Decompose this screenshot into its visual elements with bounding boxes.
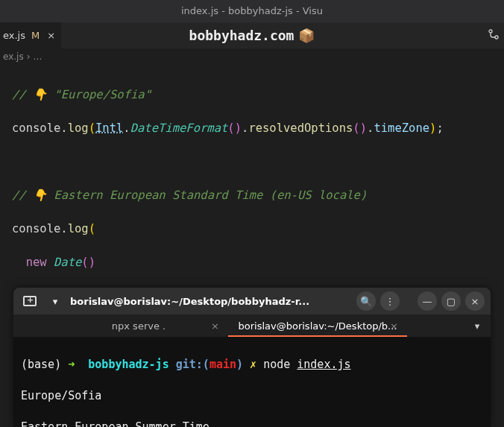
- code-line: [12, 154, 504, 171]
- new-tab-icon: [23, 296, 37, 306]
- window-title-bar: index.js - bobbyhadz-js - Visu: [0, 0, 504, 22]
- terminal-tab-shell[interactable]: borislav@borislav:~/Desktop/b... ×: [228, 314, 407, 337]
- minimize-button[interactable]: —: [418, 291, 437, 311]
- terminal-window: ▾ borislav@borislav:~/Desktop/bobbyhadz-…: [13, 288, 491, 427]
- terminal-tab-serve[interactable]: npx serve . ×: [49, 314, 228, 337]
- breadcrumb-file: ex.js: [3, 51, 24, 62]
- tab-close-icon[interactable]: ×: [211, 320, 219, 332]
- editor-tab-bar: ex.js M × bobbyhadz.com 📦: [0, 22, 504, 48]
- menu-button[interactable]: ⋮: [380, 291, 400, 311]
- new-tab-button[interactable]: [19, 291, 40, 311]
- compare-icon[interactable]: [488, 28, 500, 42]
- tab-close-icon[interactable]: ×: [47, 30, 55, 41]
- breadcrumb[interactable]: ex.js › …: [0, 48, 504, 65]
- code-line: console.log(Intl.DateTimeFormat().resolv…: [12, 120, 504, 137]
- editor-tab-index-js[interactable]: ex.js M ×: [0, 22, 61, 48]
- svg-point-0: [489, 30, 492, 33]
- terminal-title: borislav@borislav:~/Desktop/bobbyhadz-r.…: [70, 296, 352, 307]
- breadcrumb-more: …: [34, 51, 42, 62]
- maximize-icon: ▢: [447, 296, 456, 307]
- code-line: // 👇 Eastern European Standard Time (en-…: [12, 187, 504, 204]
- tab-close-icon[interactable]: ×: [390, 320, 398, 332]
- close-icon: ×: [471, 296, 479, 307]
- code-line: new Date(): [12, 254, 504, 271]
- chevron-down-icon: ▾: [475, 320, 480, 332]
- maximize-button[interactable]: ▢: [441, 291, 461, 311]
- code-line: console.log(: [12, 221, 504, 238]
- terminal-tabs-dropdown[interactable]: ▾: [464, 314, 491, 337]
- branding-text: bobbyhadz.com: [189, 28, 294, 43]
- code-line: // 👇 "Europe/Sofia": [12, 86, 504, 104]
- terminal-tab-label: borislav@borislav:~/Desktop/b...: [239, 320, 397, 332]
- comment: // 👇 Eastern European Standard Time (en-…: [12, 189, 367, 202]
- kebab-icon: ⋮: [385, 296, 395, 307]
- output-line: Europe/Sofia: [21, 388, 483, 404]
- new-tab-dropdown[interactable]: ▾: [45, 291, 66, 311]
- search-icon: 🔍: [360, 296, 372, 307]
- prompt-line: (base) ➜ bobbyhadz-js git:(main) ✗ node …: [21, 357, 483, 373]
- chevron-right-icon: ›: [27, 51, 31, 62]
- search-button[interactable]: 🔍: [356, 291, 376, 311]
- terminal-tab-bar: npx serve . × borislav@borislav:~/Deskto…: [13, 314, 491, 337]
- minimize-icon: —: [423, 296, 432, 307]
- package-icon: 📦: [298, 28, 315, 43]
- output-line: Eastern European Summer Time: [21, 420, 483, 427]
- tab-filename: ex.js: [3, 30, 25, 41]
- tab-modified-indicator: M: [31, 30, 40, 41]
- comment: // 👇 "Europe/Sofia": [12, 88, 151, 101]
- branding-overlay: bobbyhadz.com 📦: [189, 28, 315, 43]
- terminal-output[interactable]: (base) ➜ bobbyhadz-js git:(main) ✗ node …: [13, 337, 491, 427]
- close-window-button[interactable]: ×: [465, 291, 485, 311]
- terminal-tab-label: npx serve .: [112, 320, 166, 332]
- terminal-header: ▾ borislav@borislav:~/Desktop/bobbyhadz-…: [13, 288, 491, 314]
- svg-point-1: [495, 36, 498, 39]
- window-title: index.js - bobbyhadz-js - Visu: [181, 5, 323, 16]
